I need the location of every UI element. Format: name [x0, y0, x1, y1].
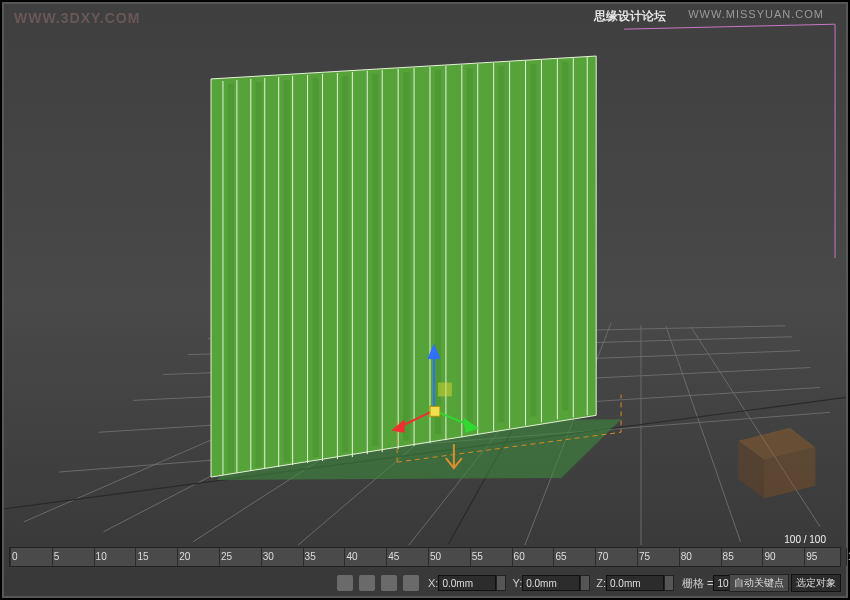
y-spinner[interactable]	[580, 575, 590, 591]
timeline-tick-label: 15	[137, 551, 148, 562]
x-label: X:	[428, 577, 438, 589]
key-target-dropdown[interactable]: 选定对象	[791, 574, 841, 592]
svg-rect-43	[228, 84, 234, 472]
svg-rect-53	[530, 64, 536, 416]
x-input[interactable]	[438, 575, 496, 591]
timeline-tick-label: 25	[221, 551, 232, 562]
grid-label: 栅格 =	[682, 576, 713, 591]
svg-rect-51	[467, 68, 473, 428]
svg-rect-47	[342, 76, 348, 452]
watermark-left: WWW.3DXY.COM	[14, 10, 140, 26]
timeline-tick-label: 0	[12, 551, 18, 562]
z-input[interactable]	[606, 575, 664, 591]
timeline-tick-label: 35	[305, 551, 316, 562]
lock-icon[interactable]	[337, 575, 353, 591]
svg-rect-62	[438, 382, 452, 396]
svg-rect-44	[256, 82, 262, 467]
timeline-tick-label: 50	[430, 551, 441, 562]
z-spinner[interactable]	[664, 575, 674, 591]
svg-rect-54	[562, 62, 568, 410]
svg-rect-50	[435, 70, 441, 434]
watermark-center: 思缘设计论坛	[594, 8, 666, 25]
frame-indicator: 100 / 100	[784, 534, 826, 545]
z-label: Z:	[596, 577, 606, 589]
timeline-tick-label: 80	[681, 551, 692, 562]
svg-rect-52	[499, 66, 505, 422]
timeline-tick-label: 40	[346, 551, 357, 562]
isolate-icon[interactable]	[403, 575, 419, 591]
timeline-tick-label: 10	[96, 551, 107, 562]
safe-frame	[624, 24, 835, 258]
timeline-tick-label: 90	[764, 551, 775, 562]
y-input[interactable]	[522, 575, 580, 591]
watermark-right: WWW.MISSYUAN.COM	[688, 8, 824, 20]
bottom-panel: 0510152025303540455055606570758085909510…	[4, 545, 846, 596]
app-frame: WWW.3DXY.COM 思缘设计论坛 WWW.MISSYUAN.COM 051…	[0, 0, 850, 600]
svg-rect-48	[372, 74, 378, 446]
timeline-tick-label: 95	[806, 551, 817, 562]
timeline-tick-label: 60	[514, 551, 525, 562]
y-label: Y:	[512, 577, 522, 589]
timeline-tick-label: 5	[54, 551, 60, 562]
timeline-tick-label: 45	[388, 551, 399, 562]
svg-rect-46	[313, 78, 319, 457]
timeline-ticks: 0510152025303540455055606570758085909510…	[10, 548, 840, 566]
snap-angle-icon[interactable]	[381, 575, 397, 591]
svg-rect-45	[284, 80, 290, 462]
status-bar: X: Y: Z: 栅格 = 自动关键点 选定对象	[4, 570, 846, 596]
timeline-tick-label: 20	[179, 551, 190, 562]
timeline-tick-label: 85	[723, 551, 734, 562]
svg-rect-61	[430, 406, 440, 416]
timeline-tick-label: 30	[263, 551, 274, 562]
x-spinner[interactable]	[496, 575, 506, 591]
cube-watermark-icon	[694, 415, 834, 505]
timeline-tick-label: 55	[472, 551, 483, 562]
perspective-viewport[interactable]: WWW.3DXY.COM 思缘设计论坛 WWW.MISSYUAN.COM	[4, 4, 846, 545]
svg-rect-49	[403, 72, 409, 440]
timeline-tick-label: 65	[555, 551, 566, 562]
time-slider[interactable]: 0510152025303540455055606570758085909510…	[9, 547, 841, 567]
autokey-button[interactable]: 自动关键点	[729, 574, 789, 592]
timeline-tick-label: 70	[597, 551, 608, 562]
timeline-tick-label: 75	[639, 551, 650, 562]
snap-selection-icon[interactable]	[359, 575, 375, 591]
